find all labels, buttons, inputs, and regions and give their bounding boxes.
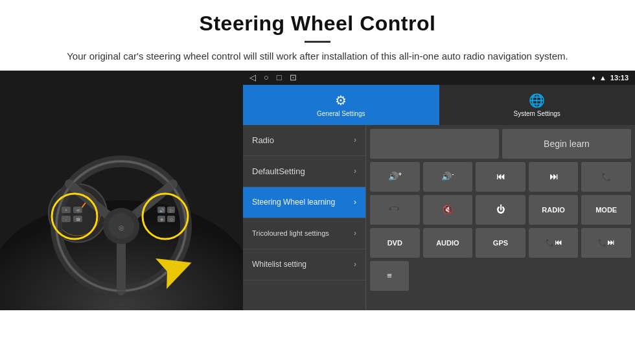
volume-up-button[interactable]: 🔊+	[370, 162, 420, 192]
chevron-right-icon: ›	[354, 198, 356, 207]
svg-text:◎: ◎	[119, 224, 124, 231]
prev-track-icon: ⏮	[496, 172, 505, 181]
begin-learn-row: Begin learn	[370, 129, 631, 159]
begin-learn-label: Begin learn	[544, 139, 590, 149]
recents-nav-icon[interactable]: □	[277, 73, 282, 82]
status-bar: ◁ ○ □ ⊡ ♦ ▲ 13:13	[243, 71, 635, 85]
prev-track-button[interactable]: ⏮	[476, 162, 525, 192]
car-image-area: ◎ + - ≪ ☎ 🔊	[0, 71, 243, 310]
settings-gear-icon: ⚙	[335, 93, 347, 108]
header-section: Steering Wheel Control Your original car…	[0, 0, 635, 71]
dvd-button[interactable]: DVD	[370, 228, 420, 258]
radio-label: RADIO	[542, 206, 564, 214]
tab-system-settings[interactable]: 🌐 System Settings	[439, 85, 636, 125]
menu-item-label: DefaultSetting	[252, 166, 305, 176]
gps-label: GPS	[493, 239, 508, 247]
system-globe-icon: 🌐	[529, 93, 545, 108]
status-bar-info: ♦ ▲ 13:13	[592, 74, 629, 82]
dvd-label: DVD	[387, 239, 402, 247]
android-ui: ◁ ○ □ ⊡ ♦ ▲ 13:13 ⚙ General Settings 🌐 S…	[243, 71, 635, 310]
volume-down-icon: 🔊-	[441, 171, 454, 181]
list-icon: ≡	[387, 271, 392, 280]
tab-general-label: General Settings	[317, 110, 365, 117]
chevron-right-icon: ›	[354, 260, 356, 269]
mute-icon: 🔇	[443, 205, 453, 214]
main-title: Steering Wheel Control	[39, 12, 596, 36]
call-prev-icon: 📞⏮	[546, 238, 562, 247]
mode-label: MODE	[595, 206, 617, 214]
clock: 13:13	[610, 74, 629, 82]
mute-button[interactable]: 🔇	[423, 195, 473, 225]
end-call-button[interactable]: 📞	[370, 195, 420, 225]
menu-list: Radio › DefaultSetting › Steering Wheel …	[243, 125, 366, 310]
call-next-icon: 📞⏭	[598, 238, 614, 247]
controls-panel: Begin learn 🔊+ 🔊- ⏮ ⏭	[366, 125, 635, 310]
radio-button[interactable]: RADIO	[529, 195, 579, 225]
menu-item-label: Whitelist setting	[252, 260, 306, 269]
call-next-button[interactable]: 📞⏭	[581, 228, 631, 258]
gps-button[interactable]: GPS	[476, 228, 525, 258]
tab-general-settings[interactable]: ⚙ General Settings	[243, 85, 439, 125]
controls-row-4: ≡	[370, 261, 631, 291]
menu-item-radio[interactable]: Radio ›	[243, 125, 365, 156]
empty-placeholder	[370, 129, 499, 159]
menu-item-label: Steering Wheel learning	[252, 198, 335, 207]
svg-text:☎: ☎	[76, 218, 81, 222]
title-divider	[305, 41, 330, 43]
svg-text:≪: ≪	[76, 208, 80, 212]
call-button[interactable]: 📞	[581, 162, 631, 192]
power-icon: ⏻	[496, 205, 505, 214]
next-track-icon: ⏭	[549, 172, 558, 181]
content-area: ◎ + - ≪ ☎ 🔊	[0, 71, 635, 310]
volume-up-icon: 🔊+	[388, 171, 402, 181]
status-bar-nav: ◁ ○ □ ⊡	[249, 73, 297, 82]
volume-down-button[interactable]: 🔊-	[423, 162, 473, 192]
main-content: Radio › DefaultSetting › Steering Wheel …	[243, 125, 635, 310]
chevron-right-icon: ›	[354, 229, 356, 238]
list-button[interactable]: ≡	[370, 261, 409, 291]
chevron-right-icon: ›	[354, 166, 356, 176]
chevron-right-icon: ›	[354, 135, 356, 144]
menu-item-tricoloured[interactable]: Tricoloured light settings ›	[243, 218, 365, 249]
menu-item-whitelist[interactable]: Whitelist setting ›	[243, 249, 365, 280]
mode-button[interactable]: MODE	[581, 195, 631, 225]
menu-item-steering-wheel[interactable]: Steering Wheel learning ›	[243, 187, 365, 218]
tab-system-label: System Settings	[514, 110, 560, 117]
back-nav-icon[interactable]: ◁	[249, 73, 256, 82]
tab-bar: ⚙ General Settings 🌐 System Settings	[243, 85, 635, 125]
svg-text:🔊: 🔊	[159, 208, 165, 213]
controls-row-3: DVD AUDIO GPS 📞⏮ 📞⏭	[370, 228, 631, 258]
menu-item-label: Tricoloured light settings	[252, 229, 329, 238]
controls-row-2: 📞 🔇 ⏻ RADIO MODE	[370, 195, 631, 225]
audio-label: AUDIO	[436, 239, 459, 247]
steering-wheel-svg: ◎ + - ≪ ☎ 🔊	[0, 71, 243, 310]
location-icon: ♦	[592, 74, 595, 82]
call-prev-button[interactable]: 📞⏮	[529, 228, 579, 258]
menu-item-defaultsetting[interactable]: DefaultSetting ›	[243, 156, 365, 187]
power-button[interactable]: ⏻	[476, 195, 525, 225]
end-call-icon: 📞	[387, 203, 402, 217]
phone-icon: 📞	[601, 172, 612, 181]
svg-text:+: +	[65, 208, 67, 212]
audio-button[interactable]: AUDIO	[423, 228, 473, 258]
home-nav-icon[interactable]: ○	[264, 73, 269, 82]
subtitle: Your original car's steering wheel contr…	[39, 49, 596, 64]
screenshot-nav-icon[interactable]: ⊡	[290, 73, 297, 82]
begin-learn-button[interactable]: Begin learn	[502, 129, 631, 159]
next-track-button[interactable]: ⏭	[529, 162, 579, 192]
menu-item-label: Radio	[252, 135, 274, 145]
wifi-icon: ▲	[599, 74, 606, 82]
controls-row-1: 🔊+ 🔊- ⏮ ⏭ 📞	[370, 162, 631, 192]
